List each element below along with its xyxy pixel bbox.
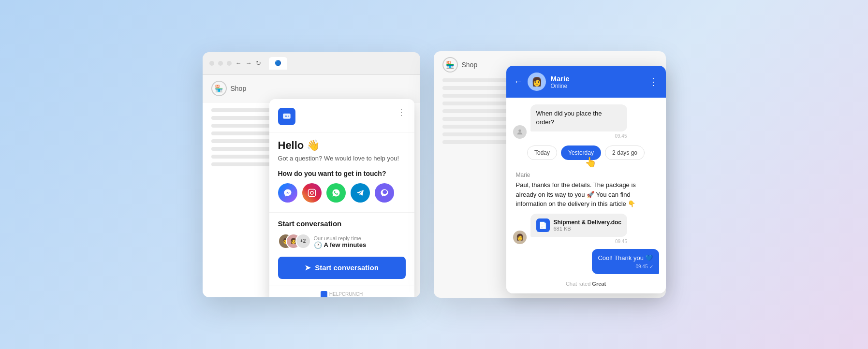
marie-reply-text: Paul, thanks for the details. The packag… <box>516 180 656 209</box>
widget-header: ⋮ <box>269 99 414 132</box>
viber-channel-icon[interactable] <box>375 183 394 203</box>
agents-row: 👨 👩 +2 Our usual reply time 🕐 A few minu… <box>278 233 406 251</box>
file-info: Shipment & Delivery.doc 681 KB <box>554 219 621 232</box>
greeting-title: Hello 👋 <box>278 139 406 152</box>
marie-sender-name: Marie <box>516 172 656 178</box>
reply-time-value: 🕐 A few minutes <box>314 241 367 249</box>
conversation-header: ← 👩 Marie Online ⋮ <box>506 66 666 98</box>
date-today-btn[interactable]: Today <box>527 145 557 160</box>
svg-point-6 <box>310 191 313 194</box>
start-conversation-button[interactable]: ➤ Start conversation <box>278 257 406 279</box>
helpcrunch-logo-icon <box>321 291 327 297</box>
user-message-text: Cool! Thank you 💙 <box>598 254 653 262</box>
start-label: Start conversation <box>278 219 406 228</box>
back-button[interactable]: ← <box>514 77 523 87</box>
shop-name-right: Shop <box>462 61 478 69</box>
shop-name-left: Shop <box>231 85 247 92</box>
chat-rated-value: Great <box>592 281 606 287</box>
conv-more-icon[interactable]: ⋮ <box>648 76 658 87</box>
user-msg-time: 09.45 ✓ <box>598 264 653 269</box>
agent-message-row: When did you place the order? 09.45 <box>513 104 659 139</box>
agent-msg-avatar <box>513 125 527 139</box>
date-yesterday-btn[interactable]: Yesterday <box>561 145 601 160</box>
agent-msg-time: 09.45 <box>530 133 627 139</box>
shop-header: 🏪 Shop <box>203 75 420 102</box>
browser-content: 🏪 Shop <box>203 75 420 297</box>
file-msg-time: 09.45 <box>530 239 627 244</box>
file-bubble[interactable]: 📄 Shipment & Delivery.doc 681 KB <box>530 214 627 237</box>
user-bubble-wrapper: Cool! Thank you 💙 09.45 ✓ <box>592 249 659 274</box>
start-btn-label: Start conversation <box>315 263 379 272</box>
reply-time-box: Our usual reply time 🕐 A few minutes <box>314 235 367 249</box>
shop-icon-right: 🏪 <box>442 57 458 73</box>
agent-avatar-conv: 👩 <box>528 73 546 91</box>
svg-point-2 <box>284 116 285 116</box>
messenger-channel-icon[interactable] <box>278 183 297 203</box>
svg-point-4 <box>287 116 288 116</box>
svg-point-3 <box>286 116 287 116</box>
widget-greeting: Hello 👋 Got a question? We would love to… <box>269 132 414 177</box>
chat-rated: Chat rated Great <box>513 279 659 289</box>
footer-brand: HELPCRUNCH <box>329 291 363 297</box>
agent-avatars: 👨 👩 +2 <box>278 233 309 251</box>
telegram-channel-icon[interactable] <box>351 183 370 203</box>
instagram-channel-icon[interactable] <box>302 183 322 203</box>
chat-widget: ⋮ Hello 👋 Got a question? We would love … <box>269 99 414 297</box>
file-doc-icon: 📄 <box>536 218 550 232</box>
agent-question-text: When did you place the order? <box>536 109 621 127</box>
svg-point-7 <box>313 190 314 191</box>
shop-icon: 🏪 <box>211 81 227 96</box>
chat-conversation-wrapper: 🏪 Shop ← 👩 Marie <box>434 51 666 298</box>
file-name: Shipment & Delivery.doc <box>554 219 621 226</box>
reply-time-text: A few minutes <box>324 241 367 248</box>
user-message-row: Cool! Thank you 💙 09.45 ✓ <box>513 249 659 274</box>
widget-logo-icon <box>278 108 295 125</box>
conv-agent-name: Marie <box>551 74 644 83</box>
file-bubble-wrapper: 📄 Shipment & Delivery.doc 681 KB 09.45 <box>530 214 627 244</box>
svg-point-8 <box>518 130 521 132</box>
chat-conversation: ← 👩 Marie Online ⋮ When did you <box>506 66 666 293</box>
reply-time-label: Our usual reply time <box>314 235 367 241</box>
browser-min-btn <box>218 61 223 66</box>
date-options: Today Yesterday 2 days go <box>513 144 659 162</box>
browser-window: ← → ↻ 🔵 🏪 Shop <box>203 52 420 297</box>
file-size: 681 KB <box>554 226 621 232</box>
chat-rated-text: Chat rated <box>566 281 592 287</box>
tab-icon: 🔵 <box>275 60 281 66</box>
agent-question-bubble: When did you place the order? 09.45 <box>530 104 627 139</box>
browser-close-btn <box>209 61 214 66</box>
conv-info: Marie Online <box>551 74 644 89</box>
channel-icons <box>269 183 414 203</box>
nav-refresh-icon[interactable]: ↻ <box>256 59 261 67</box>
user-message-bubble: Cool! Thank you 💙 09.45 ✓ <box>592 249 659 274</box>
date-2days-btn[interactable]: 2 days go <box>605 145 645 160</box>
conv-body: When did you place the order? 09.45 Toda… <box>506 98 666 293</box>
nav-forward-icon[interactable]: → <box>246 59 252 67</box>
clock-icon: 🕐 <box>314 241 322 249</box>
touch-label: How do you want to get in touch? <box>278 170 406 177</box>
nav-back-icon[interactable]: ← <box>235 59 242 67</box>
file-attachment-row: 👩 📄 Shipment & Delivery.doc 681 KB 09.45 <box>513 214 659 244</box>
marie-reply: Marie Paul, thanks for the details. The … <box>513 172 659 209</box>
svg-rect-5 <box>308 189 315 196</box>
agent-count-badge: +2 <box>295 233 311 249</box>
send-icon: ➤ <box>305 263 311 272</box>
file-sender-avatar: 👩 <box>513 231 527 244</box>
browser-max-btn <box>227 61 232 66</box>
conv-agent-status: Online <box>551 83 644 89</box>
scene: ← → ↻ 🔵 🏪 Shop <box>203 51 666 298</box>
widget-footer: HELPCRUNCH <box>269 286 414 297</box>
browser-toolbar: ← → ↻ 🔵 <box>203 52 420 75</box>
start-conversation-section: Start conversation 👨 👩 +2 Our usual repl… <box>269 212 414 286</box>
browser-tab[interactable]: 🔵 <box>269 57 287 70</box>
greeting-subtitle: Got a question? We would love to help yo… <box>278 155 406 162</box>
widget-more-icon[interactable]: ⋮ <box>397 108 406 116</box>
whatsapp-channel-icon[interactable] <box>326 183 346 203</box>
checkmark-icon: ✓ <box>649 264 653 269</box>
